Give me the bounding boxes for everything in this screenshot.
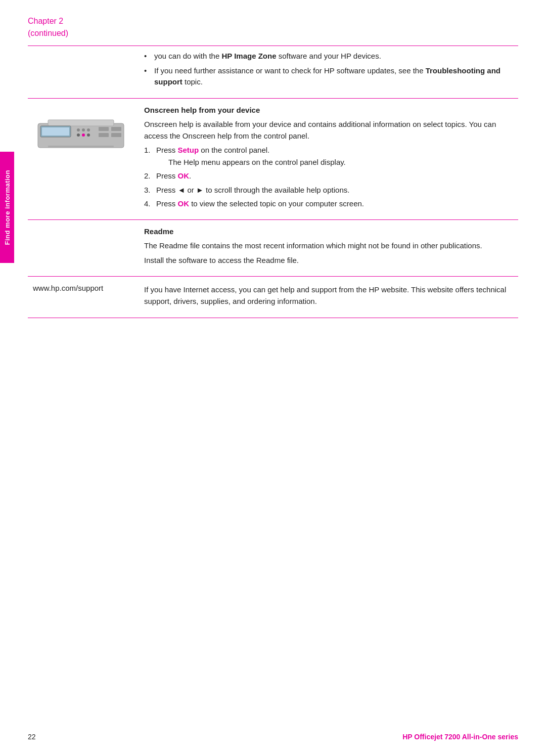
svg-point-4 xyxy=(77,128,80,131)
table-row: you can do with the HP Image Zone softwa… xyxy=(28,47,518,98)
list-item: If you need further assistance or want t… xyxy=(144,65,513,88)
hp-image-zone: HP Image Zone xyxy=(221,52,276,60)
svg-point-9 xyxy=(87,134,90,137)
steps-list: 1. Press Setup on the control panel. The… xyxy=(144,145,513,210)
bullet-text-2a: If you need further assistance or want t… xyxy=(154,66,426,75)
ok-keyword-2: OK xyxy=(178,199,190,208)
step-num: 1. xyxy=(144,145,156,168)
svg-rect-13 xyxy=(111,133,121,137)
bullet-text-1b: software and your HP devices. xyxy=(277,52,381,60)
step-num: 4. xyxy=(144,198,156,210)
page-header: Chapter 2 (continued) xyxy=(28,15,518,39)
right-cell-readme: Readme The Readme file contains the most… xyxy=(139,219,518,277)
list-item: 4. Press OK to view the selected topic o… xyxy=(144,198,513,210)
step-4-text: Press OK to view the selected topic on y… xyxy=(156,198,364,210)
step-3-text: Press ◄ or ► to scroll through the avail… xyxy=(156,185,349,196)
page-footer: 22 HP Officejet 7200 All-in-One series xyxy=(28,733,518,741)
readme-para-2: Install the software to access the Readm… xyxy=(144,254,513,266)
svg-rect-14 xyxy=(48,146,114,148)
setup-keyword: Setup xyxy=(178,146,199,154)
svg-rect-12 xyxy=(111,127,121,131)
step-num: 3. xyxy=(144,185,156,196)
table-row: Onscreen help from your device Onscreen … xyxy=(28,98,518,219)
list-item: 3. Press ◄ or ► to scroll through the av… xyxy=(144,185,513,196)
printer-image xyxy=(33,106,129,151)
svg-point-8 xyxy=(82,134,85,137)
ok-keyword-1: OK xyxy=(178,171,190,180)
chapter-number: Chapter 2 xyxy=(28,17,63,25)
hp-url[interactable]: www.hp.com/support xyxy=(33,284,103,292)
left-cell-onscreen xyxy=(28,98,139,219)
list-item: you can do with the HP Image Zone softwa… xyxy=(144,51,513,62)
side-tab-label: Find more information xyxy=(4,170,11,245)
svg-rect-11 xyxy=(99,133,109,137)
table-row: www.hp.com/support If you have Internet … xyxy=(28,277,518,318)
svg-rect-3 xyxy=(42,127,69,136)
left-cell-top xyxy=(28,47,139,98)
list-item: 2. Press OK. xyxy=(144,170,513,182)
onscreen-intro: Onscreen help is available from your dev… xyxy=(144,118,513,142)
top-divider xyxy=(28,46,518,46)
bullet-text-2b: topic. xyxy=(183,77,203,86)
content-table: you can do with the HP Image Zone softwa… xyxy=(28,47,518,318)
right-cell-onscreen: Onscreen help from your device Onscreen … xyxy=(139,98,518,219)
left-cell-url: www.hp.com/support xyxy=(28,277,139,318)
table-row: Readme The Readme file contains the most… xyxy=(28,219,518,277)
footer-brand: HP Officejet 7200 All-in-One series xyxy=(402,733,518,741)
list-item: 1. Press Setup on the control panel. The… xyxy=(144,145,513,168)
side-tab: Find more information xyxy=(0,152,14,263)
step-1-cont: The Help menu appears on the control pan… xyxy=(168,158,346,166)
left-cell-readme xyxy=(28,219,139,277)
svg-point-7 xyxy=(77,134,80,137)
url-description: If you have Internet access, you can get… xyxy=(144,284,513,307)
page-wrapper: Find more information Chapter 2 (continu… xyxy=(0,0,546,756)
content-area: you can do with the HP Image Zone softwa… xyxy=(28,47,518,716)
svg-rect-1 xyxy=(48,120,114,126)
continued-label: (continued) xyxy=(28,29,68,37)
readme-heading: Readme xyxy=(144,227,513,236)
onscreen-heading: Onscreen help from your device xyxy=(144,106,513,114)
svg-point-5 xyxy=(82,128,85,131)
step-2-text: Press OK. xyxy=(156,170,191,182)
step-num: 2. xyxy=(144,170,156,182)
svg-point-6 xyxy=(87,128,90,131)
readme-para-1: The Readme file contains the most recent… xyxy=(144,240,513,251)
page-number: 22 xyxy=(28,733,36,741)
chapter-label: Chapter 2 (continued) xyxy=(28,15,518,39)
bullet-list: you can do with the HP Image Zone softwa… xyxy=(144,51,513,88)
right-cell-url: If you have Internet access, you can get… xyxy=(139,277,518,318)
step-1-text: Press Setup on the control panel. The He… xyxy=(156,145,346,168)
bullet-text-1a: you can do with the xyxy=(154,52,221,60)
svg-rect-10 xyxy=(99,127,109,131)
right-cell-top: you can do with the HP Image Zone softwa… xyxy=(139,47,518,98)
